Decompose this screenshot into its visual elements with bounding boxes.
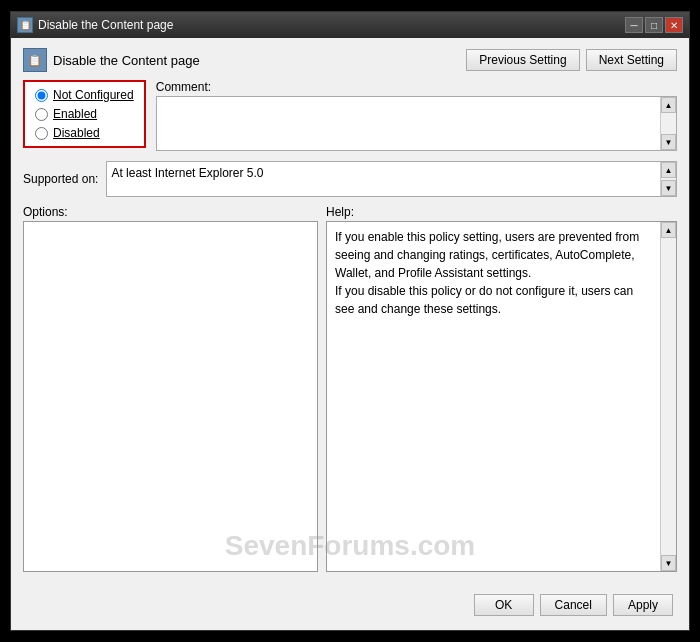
- comment-scroll-track: [661, 113, 676, 134]
- help-scrollbar: ▲ ▼: [660, 222, 676, 571]
- header-title: 📋 Disable the Content page: [23, 48, 200, 72]
- minimize-button[interactable]: ─: [625, 17, 643, 33]
- comment-scrollbar: ▲ ▼: [660, 97, 676, 150]
- main-window: 📋 Disable the Content page ─ □ ✕ 📋 Disab…: [10, 11, 690, 631]
- title-bar-left: 📋 Disable the Content page: [17, 17, 173, 33]
- cancel-button[interactable]: Cancel: [540, 594, 607, 616]
- help-scroll-down[interactable]: ▼: [661, 555, 676, 571]
- previous-setting-button[interactable]: Previous Setting: [466, 49, 579, 71]
- supported-scroll-up[interactable]: ▲: [661, 162, 676, 178]
- window-title: Disable the Content page: [38, 18, 173, 32]
- help-paragraph-2: If you disable this policy or do not con…: [335, 282, 652, 318]
- enabled-radio[interactable]: [35, 108, 48, 121]
- options-panel: Options:: [23, 205, 318, 572]
- supported-row: Supported on: At least Internet Explorer…: [23, 161, 677, 197]
- header-title-text: Disable the Content page: [53, 53, 200, 68]
- supported-value: At least Internet Explorer 5.0: [111, 164, 263, 180]
- options-label: Options:: [23, 205, 318, 219]
- window-content: 📋 Disable the Content page Previous Sett…: [11, 38, 689, 630]
- title-buttons: ─ □ ✕: [625, 17, 683, 33]
- help-scroll-track: [661, 238, 676, 555]
- help-paragraph-1: If you enable this policy setting, users…: [335, 228, 652, 282]
- not-configured-option[interactable]: Not Configured: [35, 88, 134, 102]
- not-configured-label: Not Configured: [53, 88, 134, 102]
- maximize-button[interactable]: □: [645, 17, 663, 33]
- enabled-option[interactable]: Enabled: [35, 107, 134, 121]
- comment-scroll-up[interactable]: ▲: [661, 97, 676, 113]
- comment-scroll-down[interactable]: ▼: [661, 134, 676, 150]
- help-panel: Help: If you enable this policy setting,…: [326, 205, 677, 572]
- title-bar: 📋 Disable the Content page ─ □ ✕: [11, 12, 689, 38]
- header-buttons: Previous Setting Next Setting: [466, 49, 677, 71]
- radio-options-box: Not Configured Enabled Disabled: [23, 80, 146, 148]
- help-label: Help:: [326, 205, 677, 219]
- supported-label: Supported on:: [23, 172, 98, 186]
- comment-input[interactable]: [157, 97, 660, 150]
- header-icon: 📋: [23, 48, 47, 72]
- ok-button[interactable]: OK: [474, 594, 534, 616]
- header-row: 📋 Disable the Content page Previous Sett…: [23, 48, 677, 72]
- comment-label: Comment:: [156, 80, 677, 94]
- help-text-area: If you enable this policy setting, users…: [327, 222, 660, 571]
- apply-button[interactable]: Apply: [613, 594, 673, 616]
- next-setting-button[interactable]: Next Setting: [586, 49, 677, 71]
- not-configured-radio[interactable]: [35, 89, 48, 102]
- help-content-wrapper: If you enable this policy setting, users…: [326, 221, 677, 572]
- enabled-label: Enabled: [53, 107, 97, 121]
- help-scroll-up[interactable]: ▲: [661, 222, 676, 238]
- main-panels: Options: Help: If you enable this policy…: [23, 205, 677, 572]
- supported-scrollbar: ▲ ▼: [660, 162, 676, 196]
- window-icon: 📋: [17, 17, 33, 33]
- close-button[interactable]: ✕: [665, 17, 683, 33]
- disabled-radio[interactable]: [35, 127, 48, 140]
- comment-wrapper: ▲ ▼: [156, 96, 677, 151]
- options-box: [23, 221, 318, 572]
- comment-section: Comment: ▲ ▼: [156, 80, 677, 151]
- disabled-label: Disabled: [53, 126, 100, 140]
- config-section: Not Configured Enabled Disabled Comment:: [23, 80, 677, 151]
- supported-value-box: At least Internet Explorer 5.0 ▲ ▼: [106, 161, 677, 197]
- supported-scroll-down[interactable]: ▼: [661, 180, 676, 196]
- disabled-option[interactable]: Disabled: [35, 126, 134, 140]
- footer: OK Cancel Apply: [23, 588, 677, 620]
